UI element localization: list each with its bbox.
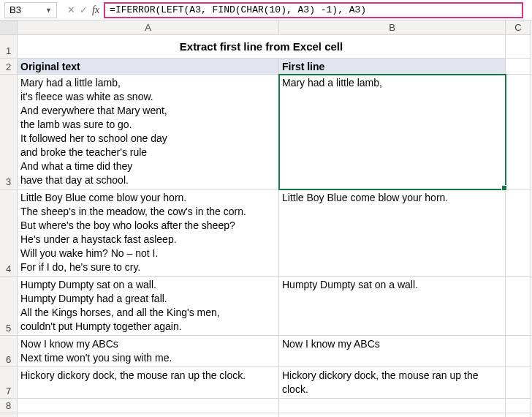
table-row: 4 Little Boy Blue come blow your horn. T…: [0, 189, 532, 277]
name-box[interactable]: B3 ▼: [4, 2, 57, 18]
formula-bar-buttons: ✕ ✓ fx: [63, 4, 104, 16]
cell-a7[interactable]: Hickory dickory dock, the mouse ran up t…: [18, 367, 279, 399]
cell-c8[interactable]: [506, 399, 531, 413]
table-row: 5 Humpty Dumpty sat on a wall. Humpty Du…: [0, 277, 532, 336]
cell-b6[interactable]: Now I know my ABCs: [279, 336, 506, 367]
cancel-icon[interactable]: ✕: [67, 4, 75, 15]
row-header-8[interactable]: 8: [0, 399, 18, 413]
column-header-a[interactable]: A: [18, 20, 279, 35]
fx-icon[interactable]: fx: [92, 4, 99, 16]
cell-a9[interactable]: [18, 413, 279, 417]
column-headers: A B C: [0, 20, 532, 35]
cell-a8[interactable]: [18, 399, 279, 413]
table-row: 1 Extract first line from Excel cell: [0, 35, 532, 59]
formula-bar: B3 ▼ ✕ ✓ fx =IFERROR(LEFT(A3, FIND(CHAR(…: [0, 0, 532, 20]
spreadsheet-grid: A B C 1 Extract first line from Excel ce…: [0, 20, 532, 417]
cell-c4[interactable]: [506, 189, 531, 277]
cell-c1[interactable]: [506, 35, 531, 59]
cell-c9[interactable]: [506, 413, 531, 417]
formula-input[interactable]: =IFERROR(LEFT(A3, FIND(CHAR(10), A3) -1)…: [104, 2, 523, 18]
row-header-3[interactable]: 3: [0, 75, 18, 189]
cell-b9[interactable]: [279, 413, 506, 417]
select-all-corner[interactable]: [0, 20, 18, 35]
cell-c5[interactable]: [506, 277, 531, 336]
cell-b7[interactable]: Hickory dickory dock, the mouse ran up t…: [279, 367, 506, 399]
column-header-c[interactable]: C: [506, 20, 531, 35]
title-cell[interactable]: Extract first line from Excel cell: [18, 35, 506, 59]
row-header-1[interactable]: 1: [0, 35, 18, 59]
cell-c6[interactable]: [506, 336, 531, 367]
cell-b8[interactable]: [279, 399, 506, 413]
cell-a3[interactable]: Mary had a little lamb, it's fleece was …: [18, 75, 279, 189]
row-header-4[interactable]: 4: [0, 189, 18, 277]
cell-a6[interactable]: Now I know my ABCs Next time won't you s…: [18, 336, 279, 367]
row-header-6[interactable]: 6: [0, 336, 18, 367]
cell-b4[interactable]: Little Boy Blue come blow your horn.: [279, 189, 506, 277]
cell-c2[interactable]: [506, 59, 531, 75]
enter-icon[interactable]: ✓: [80, 4, 88, 15]
cell-b3[interactable]: Mary had a little lamb,: [279, 75, 506, 189]
column-header-b[interactable]: B: [279, 20, 506, 35]
header-original-text[interactable]: Original text: [18, 59, 279, 75]
table-row: 9: [0, 413, 532, 417]
cell-a4[interactable]: Little Boy Blue come blow your horn. The…: [18, 189, 279, 277]
table-row: 6 Now I know my ABCs Next time won't you…: [0, 336, 532, 367]
row-header-9[interactable]: 9: [0, 413, 18, 417]
cell-b5[interactable]: Humpty Dumpty sat on a wall.: [279, 277, 506, 336]
cell-reference: B3: [10, 4, 21, 15]
formula-text: =IFERROR(LEFT(A3, FIND(CHAR(10), A3) -1)…: [110, 4, 366, 15]
cell-c3[interactable]: [506, 75, 531, 189]
table-row: 7 Hickory dickory dock, the mouse ran up…: [0, 367, 532, 399]
table-row: 2 Original text First line: [0, 59, 532, 75]
cell-c7[interactable]: [506, 367, 531, 399]
header-first-line[interactable]: First line: [279, 59, 506, 75]
row-header-7[interactable]: 7: [0, 367, 18, 399]
row-header-5[interactable]: 5: [0, 277, 18, 336]
table-row: 8: [0, 399, 532, 413]
row-header-2[interactable]: 2: [0, 59, 18, 75]
chevron-down-icon[interactable]: ▼: [45, 7, 52, 14]
cell-a5[interactable]: Humpty Dumpty sat on a wall. Humpty Dump…: [18, 277, 279, 336]
table-row: 3 Mary had a little lamb, it's fleece wa…: [0, 75, 532, 189]
